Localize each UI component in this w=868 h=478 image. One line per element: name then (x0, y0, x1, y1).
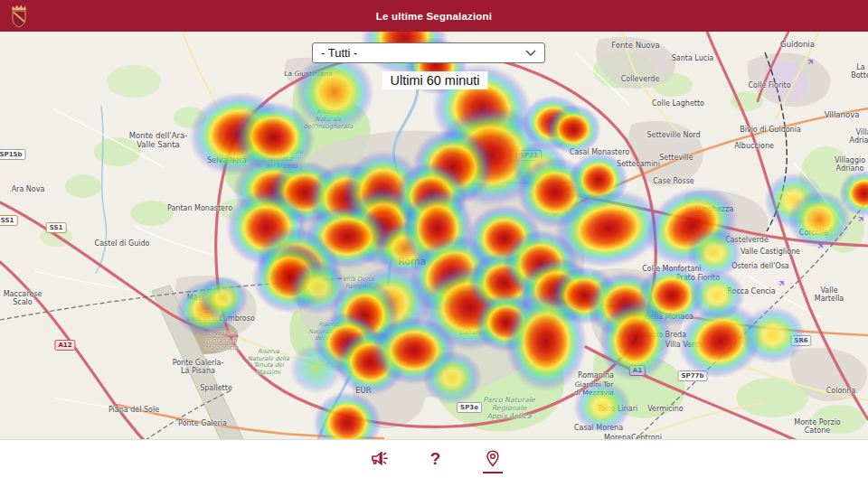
location-pin-icon (482, 448, 504, 470)
toolbar-map-button[interactable] (480, 445, 505, 473)
toolbar-help-button[interactable]: ? (423, 445, 448, 473)
category-dropdown[interactable]: - Tutti - (312, 42, 545, 63)
roma-crest-logo[interactable] (9, 3, 29, 29)
chevron-down-icon (525, 50, 536, 56)
app-header: Le ultime Segnalazioni (0, 0, 868, 32)
category-dropdown-value: - Tutti - (321, 46, 357, 60)
bottom-toolbar: ? (0, 439, 868, 478)
megaphone-icon (368, 448, 390, 470)
page-title: Le ultime Segnalazioni (376, 11, 492, 22)
toolbar-report-button[interactable] (366, 445, 392, 473)
segnalazioni-app: La GiustinianaRiserva Naturale dell'Insu… (0, 0, 868, 478)
question-mark-icon: ? (430, 449, 441, 469)
time-window-label: Ultimi 60 minuti (382, 71, 487, 89)
